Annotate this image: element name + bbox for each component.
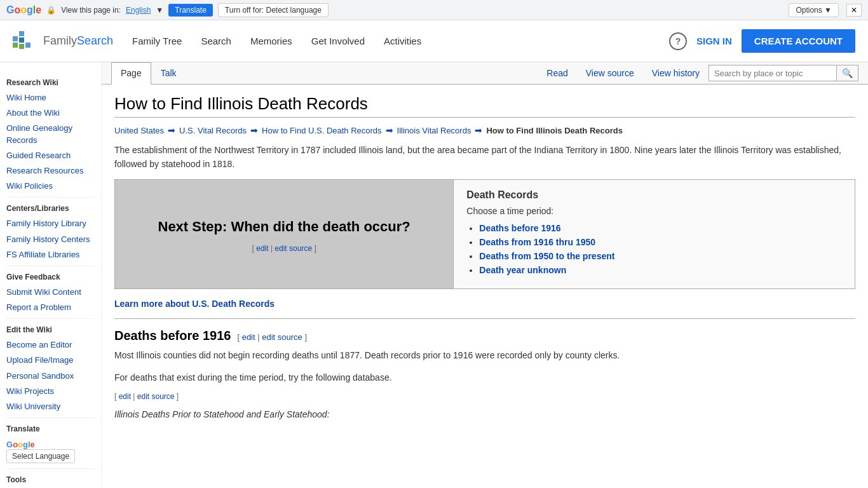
breadcrumb-arrow-2: ➡	[250, 125, 258, 135]
sidebar-item-wiki-projects[interactable]: Wiki Projects	[6, 386, 95, 397]
sidebar-item-become-editor[interactable]: Become an Editor	[6, 339, 95, 351]
info-box: Next Step: When did the death occur? [ e…	[114, 179, 855, 289]
sidebar-item-wiki-university[interactable]: Wiki University	[6, 401, 95, 412]
nav-search[interactable]: Search	[201, 33, 231, 49]
tab-view-history[interactable]: View history	[643, 63, 709, 83]
svg-rect-3	[25, 43, 31, 48]
tab-talk[interactable]: Talk	[151, 62, 186, 85]
breadcrumb-link-us-death-records[interactable]: How to Find U.S. Death Records	[262, 126, 382, 135]
select-language-button[interactable]: Select Language	[6, 449, 75, 463]
tab-spacer	[186, 62, 538, 84]
familysearch-logo-icon	[13, 29, 38, 54]
svg-rect-4	[13, 43, 18, 48]
logo-text: FamilySearch	[43, 34, 113, 48]
info-box-left-text: Next Step: When did the death occur?	[158, 215, 410, 238]
main-nav: Family Tree Search Memories Get Involved…	[132, 33, 669, 49]
breadcrumb-current: How to Find Illinois Death Records	[486, 126, 623, 135]
sidebar-item-family-history-library[interactable]: Family History Library	[6, 218, 95, 229]
nav-memories[interactable]: Memories	[250, 33, 292, 49]
section1-edit-source-link[interactable]: edit source	[262, 332, 302, 342]
nav-get-involved[interactable]: Get Involved	[311, 33, 365, 49]
sidebar-translate: Google Select Language	[6, 440, 95, 463]
tab-view-source[interactable]: View source	[577, 63, 643, 83]
logo-link[interactable]: FamilySearch	[13, 29, 113, 54]
nav-family-tree[interactable]: Family Tree	[132, 33, 182, 49]
translate-bar-text: View this page in:	[61, 6, 121, 15]
sidebar-centers-title: Centers/Libraries	[6, 204, 95, 213]
header-actions: ? SIGN IN CREATE ACCOUNT	[669, 29, 855, 53]
sidebar: Research Wiki Wiki Home About the Wiki O…	[0, 62, 102, 488]
tab-page[interactable]: Page	[111, 62, 151, 85]
sidebar-tools-title: Tools	[6, 475, 95, 484]
help-icon[interactable]: ?	[669, 32, 687, 50]
search-input[interactable]	[709, 66, 836, 81]
nav-activities[interactable]: Activities	[384, 33, 421, 49]
section1-heading: Deaths before 1916 [ edit | edit source …	[114, 329, 855, 343]
article: How to Find Illinois Death Records Unite…	[102, 85, 868, 438]
turnoff-button[interactable]: Turn off for: Detect language	[218, 3, 329, 17]
svg-rect-2	[19, 37, 24, 43]
tab-bar: Page Talk Read View source View history …	[102, 62, 868, 85]
svg-rect-1	[19, 31, 24, 36]
info-box-edit-link[interactable]: edit	[256, 244, 268, 253]
death-link-year-unknown[interactable]: Death year unknown	[479, 265, 566, 275]
section1-para2: For deaths that exist during the time pe…	[114, 370, 855, 384]
info-box-right-subheading: Choose a time period:	[466, 204, 842, 218]
svg-rect-5	[19, 44, 24, 49]
translate-button[interactable]: Translate	[168, 4, 213, 17]
breadcrumb-arrow-3: ➡	[386, 125, 393, 135]
sidebar-item-submit-wiki[interactable]: Submit Wiki Content	[6, 287, 95, 298]
sidebar-item-guided-research[interactable]: Guided Research	[6, 150, 95, 161]
options-button[interactable]: Options ▼	[789, 3, 839, 17]
section1-inline-edit[interactable]: edit	[119, 392, 131, 401]
search-button[interactable]: 🔍	[836, 65, 858, 81]
main-header: FamilySearch Family Tree Search Memories…	[0, 20, 868, 62]
sidebar-item-wiki-policies[interactable]: Wiki Policies	[6, 180, 95, 192]
sidebar-item-family-history-centers[interactable]: Family History Centers	[6, 234, 95, 245]
sign-in-button[interactable]: SIGN IN	[696, 36, 732, 46]
section1-inline-edit-source[interactable]: edit source	[137, 392, 175, 401]
create-account-button[interactable]: CREATE ACCOUNT	[742, 29, 855, 53]
section1-para1: Most Illinois counties did not begin rec…	[114, 348, 855, 362]
breadcrumb-link-illinois-vital-records[interactable]: Illinois Vital Records	[397, 126, 471, 135]
sidebar-google-logo: Google	[6, 440, 35, 449]
sidebar-item-about-wiki[interactable]: About the Wiki	[6, 107, 95, 119]
info-box-edit-source-link[interactable]: edit source	[275, 244, 312, 253]
death-link-before-1916[interactable]: Deaths before 1916	[479, 223, 560, 233]
translate-bar: Google 🔒 View this page in: English▼ Tra…	[0, 0, 868, 20]
info-box-right-list: Deaths before 1916 Deaths from 1916 thru…	[466, 223, 842, 275]
sidebar-item-online-genealogy[interactable]: Online Genealogy Records	[6, 123, 95, 146]
list-item: Deaths before 1916	[479, 223, 842, 233]
breadcrumb-arrow-1: ➡	[168, 125, 175, 135]
sidebar-item-upload-file[interactable]: Upload File/Image	[6, 355, 95, 366]
section1-inline-edit-links: [ edit | edit source ]	[114, 392, 855, 401]
breadcrumb-link-vital-records[interactable]: U.S. Vital Records	[179, 126, 247, 135]
breadcrumb: United States ➡ U.S. Vital Records ➡ How…	[114, 125, 855, 135]
translate-close-button[interactable]: ✕	[846, 4, 862, 17]
tab-read[interactable]: Read	[538, 63, 576, 83]
learn-more-link[interactable]: Learn more about U.S. Death Records	[114, 299, 855, 309]
tab-search-box: 🔍	[709, 65, 858, 81]
death-link-1950-present[interactable]: Deaths from 1950 to the present	[479, 251, 614, 261]
list-item: Deaths from 1950 to the present	[479, 251, 842, 261]
google-logo: Google	[6, 4, 41, 16]
info-box-edit-links: [ edit | edit source ]	[252, 244, 316, 253]
sidebar-item-fs-affiliate-libraries[interactable]: FS Affiliate Libraries	[6, 249, 95, 261]
sidebar-item-report-problem[interactable]: Report a Problem	[6, 302, 95, 313]
info-box-left: Next Step: When did the death occur? [ e…	[115, 180, 454, 288]
breadcrumb-link-us[interactable]: United States	[114, 126, 164, 135]
sidebar-translate-title: Translate	[6, 424, 95, 433]
main-content: Page Talk Read View source View history …	[102, 62, 868, 488]
translate-language-link[interactable]: English	[126, 6, 151, 15]
list-item: Deaths from 1916 thru 1950	[479, 237, 842, 247]
sidebar-item-personal-sandbox[interactable]: Personal Sandbox	[6, 370, 95, 382]
sidebar-item-research-resources[interactable]: Research Resources	[6, 165, 95, 177]
section1-edit-link[interactable]: edit	[242, 332, 255, 342]
lock-icon: 🔒	[46, 6, 56, 15]
info-box-right: Death Records Choose a time period: Deat…	[454, 180, 855, 288]
sidebar-item-wiki-home[interactable]: Wiki Home	[6, 92, 95, 104]
tab-actions: Read View source View history 🔍	[538, 62, 858, 84]
sidebar-give-feedback-title: Give Feedback	[6, 273, 95, 281]
death-link-1916-1950[interactable]: Deaths from 1916 thru 1950	[479, 237, 595, 247]
list-item: Death year unknown	[479, 265, 842, 275]
